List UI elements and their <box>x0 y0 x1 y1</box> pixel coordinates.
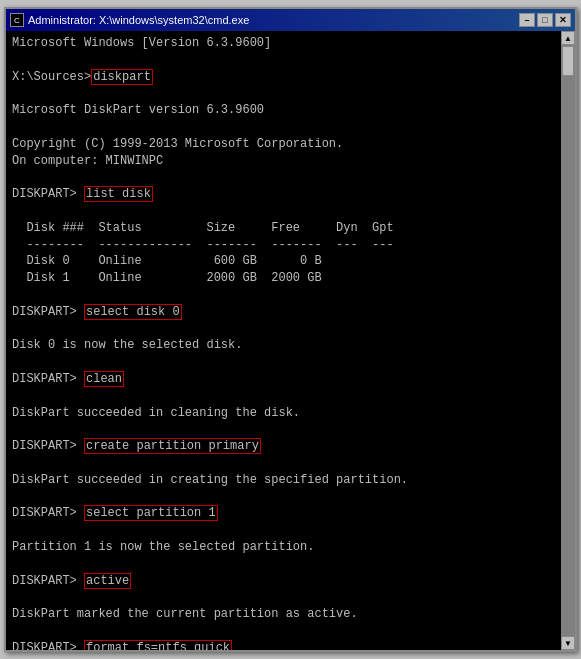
line-disk-selected: Disk 0 is now the selected disk. <box>12 338 242 352</box>
line-create-result: DiskPart succeeded in creating the speci… <box>12 473 408 487</box>
cmd-create-partition: create partition primary <box>84 438 261 454</box>
cmd-active: active <box>84 573 131 589</box>
window-title: Administrator: X:\windows\system32\cmd.e… <box>28 14 249 26</box>
terminal-body: Microsoft Windows [Version 6.3.9600] X:\… <box>6 31 575 650</box>
maximize-button[interactable]: □ <box>537 13 553 27</box>
line-listdisk: DISKPART> list disk <box>12 186 153 202</box>
line-clean-result: DiskPart succeeded in cleaning the disk. <box>12 406 300 420</box>
line-clean-cmd: DISKPART> clean <box>12 371 124 387</box>
scroll-up-button[interactable]: ▲ <box>561 31 575 45</box>
cmd-diskpart: diskpart <box>91 69 153 85</box>
line-part-selected: Partition 1 is now the selected partitio… <box>12 540 314 554</box>
cmd-format: format fs=ntfs quick <box>84 640 232 650</box>
line-active-result: DiskPart marked the current partition as… <box>12 607 358 621</box>
cmd-clean: clean <box>84 371 124 387</box>
line-prompt-1: X:\Sources>diskpart <box>12 69 153 85</box>
line-format-cmd: DISKPART> format fs=ntfs quick <box>12 640 232 650</box>
line-version: Microsoft DiskPart version 6.3.9600 <box>12 103 264 117</box>
window-icon: C <box>10 13 24 27</box>
title-bar: C Administrator: X:\windows\system32\cmd… <box>6 9 575 31</box>
cmd-window: C Administrator: X:\windows\system32\cmd… <box>4 7 577 652</box>
line-select-disk: DISKPART> select disk 0 <box>12 304 182 320</box>
line-active-cmd: DISKPART> active <box>12 573 131 589</box>
line-1: Microsoft Windows [Version 6.3.9600] <box>12 36 271 50</box>
line-header: Disk ### Status Size Free Dyn Gpt ------… <box>12 221 394 285</box>
line-select-part: DISKPART> select partition 1 <box>12 505 218 521</box>
terminal-content: Microsoft Windows [Version 6.3.9600] X:\… <box>12 35 569 650</box>
minimize-button[interactable]: – <box>519 13 535 27</box>
scroll-down-button[interactable]: ▼ <box>561 636 575 650</box>
close-button[interactable]: ✕ <box>555 13 571 27</box>
scrollbar[interactable]: ▲ ▼ <box>561 31 575 650</box>
line-copyright: Copyright (C) 1999-2013 Microsoft Corpor… <box>12 137 343 168</box>
title-bar-left: C Administrator: X:\windows\system32\cmd… <box>10 13 249 27</box>
cmd-list-disk: list disk <box>84 186 153 202</box>
scroll-thumb[interactable] <box>562 46 574 76</box>
scroll-track <box>561 45 575 636</box>
title-buttons: – □ ✕ <box>519 13 571 27</box>
cmd-select-disk: select disk 0 <box>84 304 182 320</box>
line-create-cmd: DISKPART> create partition primary <box>12 438 261 454</box>
cmd-select-partition: select partition 1 <box>84 505 218 521</box>
